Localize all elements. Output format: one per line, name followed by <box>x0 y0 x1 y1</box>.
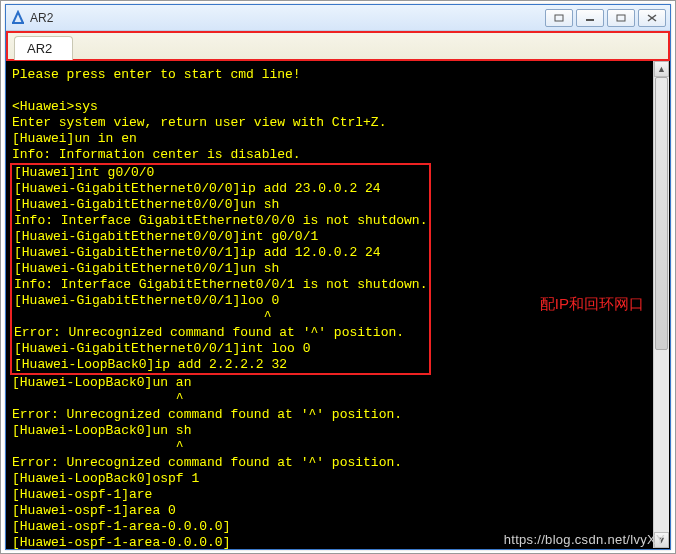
extra-button[interactable] <box>545 9 573 27</box>
term-line: ^ <box>12 439 184 454</box>
scroll-track[interactable] <box>654 77 669 532</box>
term-line: Error: Unrecognized command found at '^'… <box>12 407 402 422</box>
term-line: [Huawei-GigabitEthernet0/0/1]int loo 0 <box>14 341 310 356</box>
term-line: [Huawei-ospf-1]area 0 <box>12 503 176 518</box>
term-line: [Huawei]un in en <box>12 131 137 146</box>
term-line: <Huawei>sys <box>12 99 98 114</box>
term-line: [Huawei-GigabitEthernet0/0/1]un sh <box>14 261 279 276</box>
term-line: [Huawei-GigabitEthernet0/0/1]ip add 12.0… <box>14 245 381 260</box>
maximize-button[interactable] <box>607 9 635 27</box>
term-line: [Huawei-GigabitEthernet0/0/0]un sh <box>14 197 279 212</box>
annotation-text: 配IP和回环网口 <box>540 295 644 314</box>
window-title: AR2 <box>30 11 53 25</box>
vertical-scrollbar[interactable]: ▲ ▼ <box>653 61 669 548</box>
titlebar: AR2 <box>6 5 670 31</box>
svg-rect-0 <box>555 15 563 21</box>
term-line: [Huawei-ospf-1]are <box>12 487 152 502</box>
term-line: Enter system view, return user view with… <box>12 115 386 130</box>
term-line: [Huawei-ospf-1-area-0.0.0.0] <box>12 535 230 549</box>
term-line: [Huawei-GigabitEthernet0/0/1]loo 0 <box>14 293 279 308</box>
highlight-box: [Huawei]int g0/0/0 [Huawei-GigabitEthern… <box>10 163 431 375</box>
watermark: https://blog.csdn.net/lvyXY <box>504 532 665 547</box>
minimize-button[interactable] <box>576 9 604 27</box>
term-line: Error: Unrecognized command found at '^'… <box>14 325 404 340</box>
term-line: [Huawei-GigabitEthernet0/0/0]int g0/0/1 <box>14 229 318 244</box>
tab-strip: AR2 <box>6 31 670 61</box>
term-line: Info: Interface GigabitEthernet0/0/1 is … <box>14 277 427 292</box>
term-line: [Huawei-ospf-1-area-0.0.0.0] <box>12 519 230 534</box>
tab-ar2[interactable]: AR2 <box>14 36 73 60</box>
term-line: Info: Information center is disabled. <box>12 147 301 162</box>
term-line: Info: Interface GigabitEthernet0/0/0 is … <box>14 213 427 228</box>
term-line: [Huawei-LoopBack0]un sh <box>12 423 191 438</box>
term-line: [Huawei-LoopBack0]ospf 1 <box>12 471 199 486</box>
scroll-up-button[interactable]: ▲ <box>654 61 669 77</box>
term-line: [Huawei]int g0/0/0 <box>14 165 154 180</box>
term-line: ^ <box>14 309 271 324</box>
term-line: Please press enter to start cmd line! <box>12 67 301 82</box>
close-button[interactable] <box>638 9 666 27</box>
term-line: [Huawei-GigabitEthernet0/0/0]ip add 23.0… <box>14 181 381 196</box>
scroll-thumb[interactable] <box>655 77 668 350</box>
term-line: [Huawei-LoopBack0]ip add 2.2.2.2 32 <box>14 357 287 372</box>
tab-label: AR2 <box>27 41 52 56</box>
svg-rect-2 <box>617 15 625 21</box>
term-line: ^ <box>12 391 184 406</box>
term-line: Error: Unrecognized command found at '^'… <box>12 455 402 470</box>
app-window: AR2 AR2 Please press enter to start cmd … <box>5 4 671 550</box>
app-icon <box>10 10 26 26</box>
term-line: [Huawei-LoopBack0]un an <box>12 375 191 390</box>
